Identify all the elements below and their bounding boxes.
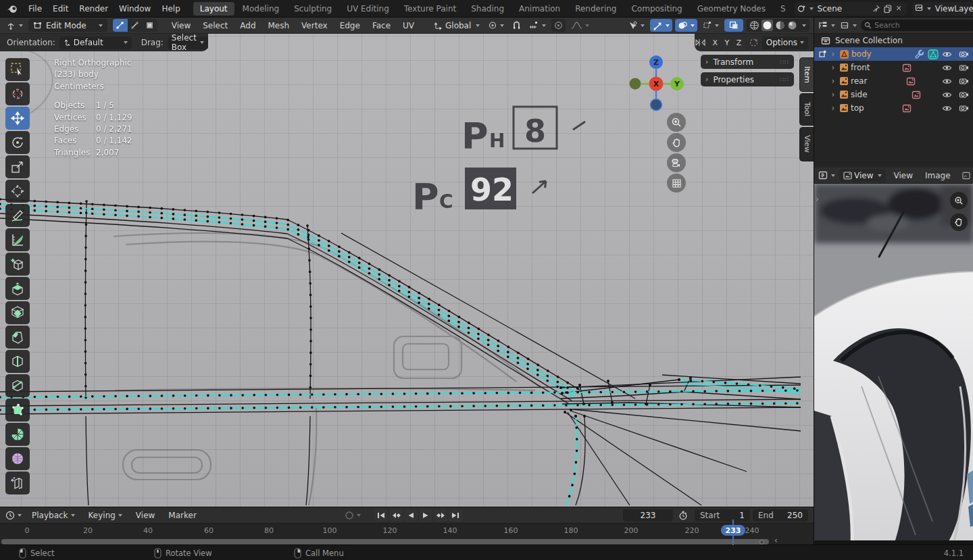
- menu-edit[interactable]: Edit: [47, 0, 74, 18]
- transform-tool[interactable]: [5, 180, 30, 203]
- scroll-right-arrow[interactable]: ‹: [774, 536, 778, 545]
- loop-cut-tool[interactable]: [5, 350, 30, 373]
- image-pin-icon[interactable]: [962, 172, 970, 180]
- snap-settings-dropdown[interactable]: [526, 19, 549, 32]
- zoom-view-button[interactable]: [667, 113, 686, 132]
- mesh-data-icon[interactable]: [928, 49, 939, 59]
- proportional-edit-toggle[interactable]: [551, 19, 566, 32]
- hide-eye-icon[interactable]: [942, 78, 952, 85]
- menu-vertex[interactable]: Vertex: [297, 21, 332, 30]
- object-row-body[interactable]: › body: [814, 47, 973, 61]
- gizmo-axis-neg-y[interactable]: [630, 78, 641, 90]
- hide-eye-icon[interactable]: [942, 51, 952, 58]
- workspace-tab-layout[interactable]: Layout: [193, 2, 234, 16]
- viewlayer-icon[interactable]: [915, 4, 931, 13]
- pan-view-button[interactable]: [667, 133, 686, 152]
- inset-faces-tool[interactable]: [5, 301, 30, 324]
- options-dropdown[interactable]: Options: [762, 36, 808, 49]
- jump-to-end-button[interactable]: [449, 509, 462, 521]
- image-data-icon[interactable]: [902, 63, 912, 72]
- scene-icon[interactable]: [797, 4, 814, 13]
- hide-eye-icon[interactable]: [942, 105, 952, 112]
- mirror-y-button[interactable]: Y: [722, 37, 733, 49]
- menu-marker[interactable]: Marker: [162, 511, 202, 520]
- next-keyframe-button[interactable]: [434, 509, 447, 521]
- xray-toggle[interactable]: [724, 19, 743, 32]
- new-scene-icon[interactable]: [882, 5, 894, 13]
- expand-chevron[interactable]: ›: [829, 49, 837, 59]
- extrude-region-tool[interactable]: [5, 277, 30, 300]
- spin-tool[interactable]: [5, 423, 30, 446]
- hide-eye-icon[interactable]: [942, 91, 952, 99]
- overlays-toggle[interactable]: [675, 19, 697, 32]
- edge-select-icon[interactable]: [128, 19, 143, 32]
- image-data-icon[interactable]: [912, 91, 921, 99]
- expand-chevron[interactable]: ›: [829, 90, 837, 99]
- shading-material-icon[interactable]: [775, 20, 785, 30]
- menu-uv[interactable]: UV: [398, 21, 419, 30]
- menu-window[interactable]: Window: [114, 0, 156, 18]
- object-row-front[interactable]: › front: [814, 61, 973, 74]
- knife-tool[interactable]: [5, 374, 30, 397]
- image-data-icon[interactable]: [906, 77, 916, 86]
- mirror-z-button[interactable]: Z: [733, 37, 745, 49]
- workspace-tab-sculpting[interactable]: Sculpting: [287, 2, 339, 16]
- workspace-tab-animation[interactable]: Animation: [512, 2, 567, 16]
- gizmo-axis-neg-z[interactable]: [651, 99, 662, 111]
- workspace-tab-rendering[interactable]: Rendering: [568, 2, 623, 16]
- orientation-dropdown[interactable]: Default: [59, 36, 132, 49]
- workspace-tab-shading[interactable]: Shading: [464, 2, 511, 16]
- object-visibility-dropdown[interactable]: [625, 19, 647, 32]
- menu-view[interactable]: View: [167, 21, 195, 30]
- menu-face[interactable]: Face: [368, 21, 395, 30]
- transform-orientation-dropdown[interactable]: Global: [431, 19, 482, 32]
- tab-item[interactable]: Item: [799, 57, 814, 92]
- object-row-rear[interactable]: › rear: [814, 74, 973, 88]
- drag-dropdown[interactable]: Select Box: [168, 36, 208, 49]
- workspace-tab-texture-paint[interactable]: Texture Paint: [397, 2, 463, 16]
- current-frame-field[interactable]: 233: [623, 509, 673, 521]
- timeline-scrollbar-knob[interactable]: [759, 540, 764, 544]
- image-zoom-button[interactable]: [950, 192, 968, 209]
- frame-start-field[interactable]: Start1: [695, 509, 750, 521]
- menu-view[interactable]: View: [130, 511, 161, 520]
- editor-type-button[interactable]: [3, 509, 24, 521]
- outliner-filter-dropdown[interactable]: [839, 19, 858, 32]
- editor-type-button[interactable]: [817, 169, 837, 182]
- camera-view-button[interactable]: [667, 153, 686, 172]
- move-tool[interactable]: [5, 107, 30, 130]
- face-select-icon[interactable]: [143, 19, 157, 32]
- pivot-point-dropdown[interactable]: [485, 19, 507, 32]
- scale-tool[interactable]: [5, 155, 30, 178]
- tweak-tool[interactable]: [5, 58, 30, 81]
- menu-select[interactable]: Select: [198, 21, 232, 30]
- image-pan-button[interactable]: [950, 213, 968, 231]
- outliner-display-mode-dropdown[interactable]: [817, 19, 837, 32]
- menu-playback[interactable]: Playback: [26, 511, 81, 520]
- rotate-tool[interactable]: [5, 131, 30, 154]
- search-input[interactable]: [861, 20, 973, 31]
- navigation-gizmo[interactable]: Z X Y: [627, 54, 688, 115]
- expand-chevron[interactable]: ›: [829, 76, 837, 86]
- menu-image[interactable]: Image: [920, 171, 955, 180]
- expand-chevron[interactable]: ›: [829, 103, 837, 113]
- expand-chevron[interactable]: ›: [829, 63, 837, 72]
- shading-wireframe-icon[interactable]: [749, 20, 759, 30]
- cursor-tool[interactable]: [5, 82, 30, 105]
- previous-keyframe-button[interactable]: [389, 509, 403, 521]
- disable-render-camera-icon[interactable]: [959, 91, 969, 99]
- menu-edge[interactable]: Edge: [335, 21, 365, 30]
- auto-keying-toggle[interactable]: [342, 509, 364, 521]
- add-cube-tool[interactable]: [5, 253, 30, 276]
- snap-base-icon[interactable]: [749, 38, 759, 47]
- mirror-icon[interactable]: [695, 38, 706, 47]
- region-expand-arrow[interactable]: ›: [816, 195, 819, 204]
- image-display-dropdown[interactable]: View: [839, 169, 886, 182]
- edge-slide-tool[interactable]: [5, 472, 30, 494]
- shading-solid-icon[interactable]: [762, 20, 773, 31]
- collection-row-scene[interactable]: Scene Collection: [814, 34, 973, 47]
- local-view-dropdown[interactable]: [700, 19, 722, 32]
- menu-view[interactable]: View: [889, 171, 917, 180]
- play-reverse-button[interactable]: [404, 509, 418, 521]
- menu-keying[interactable]: Keying: [82, 511, 128, 520]
